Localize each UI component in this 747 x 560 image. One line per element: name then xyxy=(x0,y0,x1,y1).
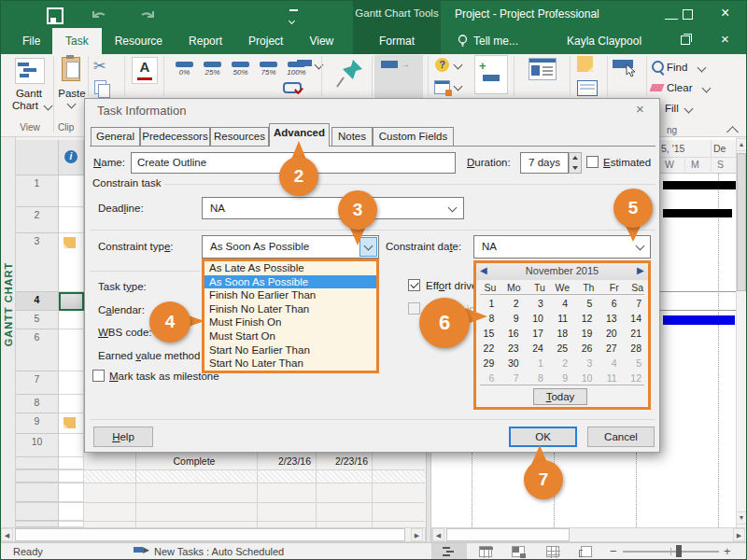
calendar-date[interactable]: 9 xyxy=(500,311,525,326)
save-icon[interactable] xyxy=(47,7,63,24)
view-team-planner-button[interactable] xyxy=(512,546,525,557)
ok-button[interactable]: OK xyxy=(509,427,577,447)
row-header-corner[interactable] xyxy=(16,140,59,175)
info-column-header[interactable]: i xyxy=(59,140,84,175)
row-number[interactable]: 7 xyxy=(16,371,59,395)
view-report-button[interactable] xyxy=(581,546,592,557)
calendar-date[interactable]: 25 xyxy=(550,341,574,356)
zoom-out-icon[interactable]: − xyxy=(610,544,617,558)
constraint-option[interactable]: Must Start On xyxy=(204,329,376,343)
help-button[interactable]: Help xyxy=(93,427,153,447)
tab-resource[interactable]: Resource xyxy=(102,28,176,54)
info-cell[interactable] xyxy=(59,395,84,413)
user-name[interactable]: Kayla Claypool xyxy=(567,35,641,48)
calendar-date[interactable]: 11 xyxy=(599,371,623,385)
calendar-date[interactable]: 6 xyxy=(476,371,500,385)
constraint-option[interactable]: Start No Earlier Than xyxy=(204,343,376,357)
dialog-tab-notes[interactable]: Notes xyxy=(331,127,373,147)
move-task-icon[interactable] xyxy=(297,60,312,66)
duration-input[interactable]: 7 days xyxy=(520,152,569,174)
calendar-prev-icon[interactable]: ◀ xyxy=(480,265,487,275)
hscroll-right-icon[interactable]: ▶ xyxy=(733,528,745,541)
calendar-date[interactable]: 9 xyxy=(550,371,574,385)
gantt-chart-view-icon[interactable] xyxy=(15,58,45,84)
calendar-date[interactable]: 29 xyxy=(476,356,500,371)
constraint-option[interactable]: As Soon As Possible xyxy=(204,275,376,289)
tab-view[interactable]: View xyxy=(296,28,346,54)
calendar-date[interactable]: 12 xyxy=(624,371,648,385)
info-cell[interactable] xyxy=(59,371,84,395)
restore-icon[interactable] xyxy=(683,9,693,20)
minimize-icon[interactable]: — xyxy=(665,11,678,24)
info-cell[interactable] xyxy=(59,502,84,521)
constraint-option[interactable]: Must Finish On xyxy=(204,315,376,329)
row-number-empty[interactable] xyxy=(16,483,59,502)
zoom-slider-handle[interactable] xyxy=(676,545,682,557)
hscroll-right-icon[interactable]: ▶ xyxy=(411,528,423,541)
constraint-option[interactable]: Start No Later Than xyxy=(204,357,376,371)
calendar-date[interactable]: 7 xyxy=(624,296,648,311)
calendar-date[interactable]: 17 xyxy=(526,326,550,341)
deadline-combo[interactable]: NA xyxy=(202,197,464,219)
task-inspector-icon[interactable]: ? xyxy=(435,58,449,72)
calendar-date[interactable]: 14 xyxy=(624,311,648,326)
calendar-date[interactable]: 16 xyxy=(500,326,525,341)
restore-pane-icon[interactable] xyxy=(681,35,690,45)
percent-complete-0%[interactable]: 0% xyxy=(173,60,196,77)
info-cell[interactable] xyxy=(59,521,84,527)
calendar-date[interactable]: 23 xyxy=(500,341,525,356)
constraint-option[interactable]: Finish No Later Than xyxy=(204,302,376,316)
info-cell[interactable] xyxy=(59,292,84,311)
row-number[interactable]: 6 xyxy=(16,329,59,371)
dialog-tab-general[interactable]: General xyxy=(91,127,140,147)
paste-icon[interactable] xyxy=(62,57,80,81)
calendar-next-icon[interactable]: ▶ xyxy=(637,265,644,275)
redo-icon[interactable] xyxy=(138,8,157,21)
calendar-date[interactable]: 2 xyxy=(550,356,574,371)
left-hscrollbar-thumb[interactable] xyxy=(15,528,405,541)
row-number[interactable]: 2 xyxy=(16,207,59,233)
calendar-date[interactable]: 10 xyxy=(526,311,550,326)
tab-report[interactable]: Report xyxy=(176,28,235,54)
info-cell[interactable] xyxy=(59,434,84,457)
info-cell[interactable] xyxy=(59,175,84,207)
row-number[interactable]: 5 xyxy=(16,311,59,329)
task-bar-selected[interactable] xyxy=(663,315,735,325)
calendar-date[interactable]: 5 xyxy=(574,296,599,311)
calendar-date[interactable]: 20 xyxy=(599,326,623,341)
hscroll-left-icon[interactable]: ◀ xyxy=(432,528,444,541)
duration-spinner[interactable] xyxy=(569,152,582,174)
milestone-checkbox[interactable] xyxy=(92,370,105,382)
clear-button[interactable]: Clear xyxy=(667,82,692,93)
cancel-button[interactable]: Cancel xyxy=(587,427,655,447)
dialog-tab-resources[interactable]: Resources xyxy=(210,127,269,147)
gantt-chart-button[interactable]: Gantt xyxy=(7,88,50,99)
cut-icon[interactable]: ✂ xyxy=(93,57,106,75)
task-form-icon[interactable] xyxy=(577,80,598,96)
info-cell[interactable] xyxy=(59,311,84,329)
dialog-tab-custom-fields[interactable]: Custom Fields xyxy=(373,127,454,147)
auto-schedule-button[interactable]: → xyxy=(374,55,423,98)
dialog-close-icon[interactable]: × xyxy=(636,101,644,117)
calendar-date[interactable]: 24 xyxy=(526,341,550,356)
row-number[interactable]: 10 xyxy=(16,434,59,457)
info-cell[interactable] xyxy=(59,457,84,469)
scroll-down-icon[interactable]: ▼ xyxy=(736,511,747,525)
calendar-move-icon[interactable] xyxy=(434,80,450,94)
info-cell[interactable] xyxy=(59,413,84,434)
tab-format[interactable]: Format xyxy=(353,35,441,48)
dialog-tab-predecessors[interactable]: Predecessors xyxy=(140,127,210,147)
paste-button[interactable]: Paste xyxy=(56,88,88,99)
manually-schedule-pushpin-icon[interactable] xyxy=(332,56,366,95)
insert-task-icon[interactable]: + xyxy=(474,55,508,94)
calendar-date[interactable]: 19 xyxy=(574,326,599,341)
view-usage-button[interactable] xyxy=(479,546,492,557)
hscroll-left-icon[interactable]: ◀ xyxy=(1,528,13,541)
info-cell[interactable] xyxy=(59,233,84,292)
calendar-date[interactable]: 1 xyxy=(526,356,550,371)
calendar-date[interactable]: 2 xyxy=(500,296,525,311)
info-cell[interactable] xyxy=(59,207,84,233)
right-hscrollbar-thumb[interactable] xyxy=(446,528,570,541)
calendar-date[interactable]: 22 xyxy=(476,341,500,356)
constraint-option[interactable]: Finish No Earlier Than xyxy=(204,288,376,302)
